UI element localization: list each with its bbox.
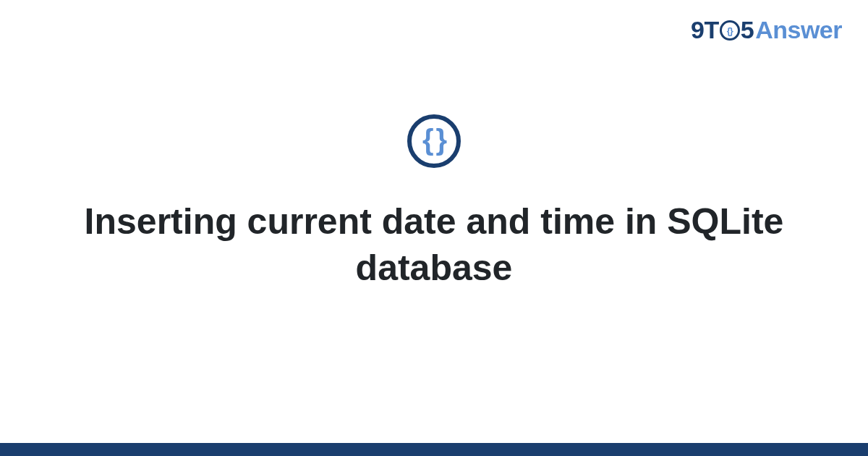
question-title: Inserting current date and time in SQLit… <box>72 198 796 291</box>
code-braces-icon: { } <box>407 114 461 168</box>
main-content: { } Inserting current date and time in S… <box>0 0 868 456</box>
footer-accent-bar <box>0 443 868 456</box>
code-braces-glyph: { } <box>422 125 444 154</box>
